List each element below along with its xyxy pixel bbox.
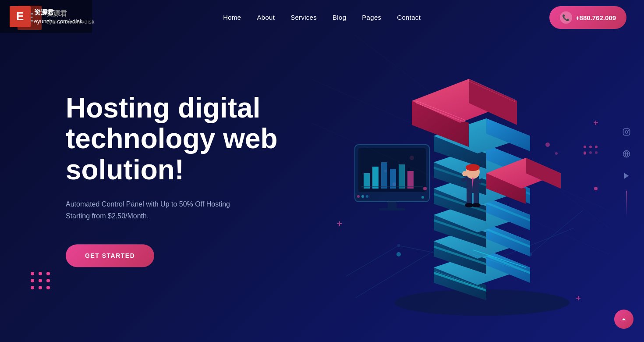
svg-point-95 bbox=[396, 252, 401, 256]
svg-point-26 bbox=[595, 151, 598, 154]
svg-line-2 bbox=[530, 210, 583, 254]
navbar: E 资源君 eyunzhu.com/vdisk Home About Servi… bbox=[0, 0, 644, 35]
svg-point-39 bbox=[361, 195, 364, 198]
svg-point-13 bbox=[594, 187, 598, 190]
svg-point-92 bbox=[421, 196, 424, 199]
watermark: E 资源君 eyunzhu.com/vdisk bbox=[0, 0, 92, 33]
nav-link-contact[interactable]: Contact bbox=[397, 14, 421, 21]
svg-point-93 bbox=[545, 142, 550, 147]
watermark-text-block: 资源君 eyunzhu.com/vdisk bbox=[34, 7, 83, 26]
arrow-right-icon[interactable] bbox=[619, 169, 633, 183]
nav-link-about[interactable]: About bbox=[257, 14, 275, 21]
svg-rect-31 bbox=[381, 162, 387, 189]
svg-marker-104 bbox=[624, 173, 629, 179]
server-illustration bbox=[311, 35, 609, 324]
svg-point-80 bbox=[466, 164, 480, 171]
nav-link-blog[interactable]: Blog bbox=[333, 14, 346, 21]
instagram-icon[interactable] bbox=[619, 125, 633, 139]
svg-point-21 bbox=[584, 146, 586, 148]
scroll-to-top-button[interactable] bbox=[614, 310, 633, 329]
svg-rect-36 bbox=[388, 202, 396, 208]
svg-point-100 bbox=[625, 131, 628, 133]
svg-point-91 bbox=[423, 187, 427, 190]
svg-marker-72 bbox=[469, 79, 517, 125]
svg-rect-99 bbox=[623, 129, 630, 135]
svg-point-87 bbox=[472, 203, 481, 207]
phone-number: +880.762.009 bbox=[576, 14, 616, 21]
svg-rect-32 bbox=[390, 169, 396, 189]
hero-subtitle: Automated Control Panel with Up to 50% O… bbox=[66, 198, 337, 222]
side-line-decoration bbox=[626, 191, 627, 217]
svg-point-38 bbox=[357, 195, 360, 198]
dots-decoration-left bbox=[31, 272, 51, 289]
watermark-line2: eyunzhu.com/vdisk bbox=[34, 17, 83, 26]
phone-button[interactable]: 📞 +880.762.009 bbox=[549, 6, 626, 29]
svg-point-83 bbox=[462, 171, 467, 176]
svg-rect-34 bbox=[407, 171, 414, 189]
svg-rect-33 bbox=[399, 164, 405, 189]
nav-link-services[interactable]: Services bbox=[290, 14, 317, 21]
nav-link-pages[interactable]: Pages bbox=[362, 14, 381, 21]
svg-point-25 bbox=[589, 151, 592, 154]
svg-point-22 bbox=[589, 146, 592, 148]
phone-icon: 📞 bbox=[560, 11, 572, 24]
svg-rect-37 bbox=[379, 208, 405, 210]
svg-line-3 bbox=[346, 246, 399, 276]
watermark-line1: 资源君 bbox=[34, 7, 83, 18]
svg-point-23 bbox=[595, 146, 598, 148]
svg-point-8 bbox=[397, 244, 400, 247]
hero-title: Hosting digital technology web solution! bbox=[66, 93, 337, 185]
side-icons-panel bbox=[619, 125, 633, 217]
svg-point-101 bbox=[628, 130, 629, 131]
hero-content: Hosting digital technology web solution!… bbox=[66, 75, 337, 267]
watermark-logo-letter: E bbox=[10, 6, 31, 27]
nav-links: Home About Services Blog Pages Contact bbox=[223, 14, 421, 21]
get-started-button[interactable]: GET STARTED bbox=[66, 244, 154, 267]
svg-point-24 bbox=[584, 151, 586, 154]
nav-link-home[interactable]: Home bbox=[223, 14, 241, 21]
svg-rect-30 bbox=[372, 167, 379, 189]
globe-icon[interactable] bbox=[619, 147, 633, 161]
svg-point-40 bbox=[366, 195, 368, 198]
svg-point-94 bbox=[555, 152, 558, 155]
